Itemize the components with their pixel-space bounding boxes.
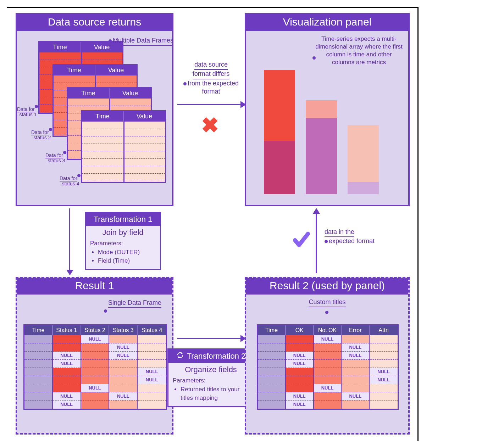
transformation-2-box: Transformation 2 Organize fields Paramet… (167, 348, 254, 407)
transformation-1-box: Transformation 1 Join by field Parameter… (85, 212, 161, 270)
result2-table: TimeOKNot OKErrorAttnNULLNULLNULLNULLNUL… (257, 324, 399, 410)
params-label: Parameters: (173, 376, 249, 385)
status-label-3: Data for status 3 (45, 153, 67, 164)
arrow-source-to-result1 (69, 208, 70, 270)
status-label-2: Data for status 2 (31, 130, 53, 141)
panel-title: Result 2 (used by panel) (246, 278, 408, 295)
diagram-canvas: Data source returns TimeValueData for st… (7, 7, 419, 441)
params-list: Returned titles to your titles mapping (173, 385, 249, 403)
result1-table: TimeStatus 1Status 2Status 3Status 4NULL… (23, 324, 167, 410)
bar-chart (264, 63, 381, 194)
x-icon: ✖ (201, 113, 219, 138)
stacked-tables: TimeValueData for status 1TimeValueData … (38, 41, 170, 194)
arrow-label-format-differs: data source format differs from the expe… (177, 61, 245, 96)
params-label: Parameters: (90, 239, 156, 248)
callout-single-frame: Single Data Frame (108, 299, 161, 308)
tbox-subtitle: Join by field (86, 226, 160, 238)
panel-result-1: Result 1 Single Data Frame TimeStatus 1S… (16, 277, 173, 435)
callout-viz: Time-series expects a multi-dimensional … (315, 35, 403, 66)
tbox-badge: Transformation 1 (86, 213, 160, 226)
params-list: Mode (OUTER)Field (Time) (90, 248, 156, 265)
panel-visualization: Visualization panel Time-series expects … (245, 13, 410, 206)
status-label-4: Data for status 4 (60, 176, 82, 187)
check-icon (291, 230, 312, 254)
status-label-1: Data for status 1 (17, 107, 39, 118)
panel-title: Result 1 (17, 278, 172, 295)
arrow-source-to-viz (177, 104, 241, 105)
cycle-icon (176, 351, 184, 361)
panel-title: Visualization panel (246, 15, 408, 31)
callout-multi-frames: Multiple Data Frames (109, 37, 173, 46)
bar-2 (306, 100, 337, 194)
callout-custom-titles: Custom titles (246, 298, 408, 316)
callout-text: Time-series expects a multi-dimensional … (315, 35, 403, 66)
tbox-badge: Transformation 2 (168, 349, 253, 363)
panel-title: Data source returns (17, 15, 172, 31)
bar-3 (348, 125, 379, 194)
bar-1 (264, 70, 295, 194)
panel-result-2: Result 2 (used by panel) Custom titles T… (245, 277, 410, 435)
tbox-subtitle: Organize fields (168, 363, 253, 375)
stacked-table-4: TimeValue (81, 110, 166, 183)
arrow-result1-to-result2 (177, 338, 241, 339)
tbox-body: Parameters: Mode (OUTER)Field (Time) (86, 238, 160, 269)
arrow-label-expected-format: data in the expected format (325, 228, 385, 246)
tbox-body: Parameters: Returned titles to your titl… (168, 375, 253, 406)
arrow-result2-to-viz (316, 213, 317, 273)
callout-text: Multiple Data Frames (113, 37, 173, 44)
panel-data-source: Data source returns TimeValueData for st… (16, 13, 173, 206)
